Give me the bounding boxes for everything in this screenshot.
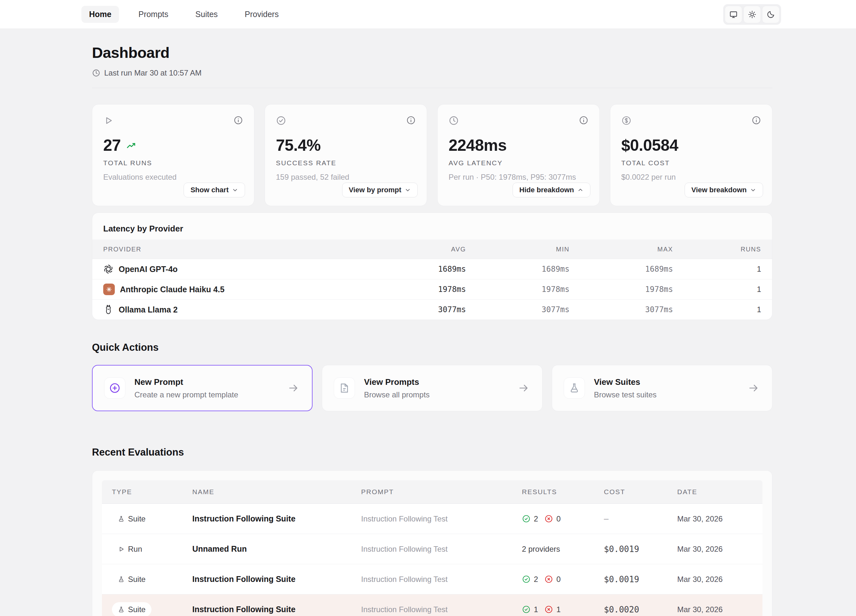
avg-latency: 1978ms [363, 285, 466, 294]
info-icon[interactable] [751, 116, 761, 125]
evaluation-name: Instruction Following Suite [192, 574, 361, 584]
recent-table-body: Suite Instruction Following Suite Instru… [102, 504, 762, 616]
nav-item-providers[interactable]: Providers [237, 6, 286, 23]
evaluation-name: Unnamed Run [192, 544, 361, 554]
chevron-down-icon [405, 187, 411, 193]
evaluation-date: Mar 30, 2026 [677, 514, 762, 524]
quick-action-description: Create a new prompt template [134, 390, 288, 399]
quick-actions-section: New Prompt Create a new prompt template … [92, 365, 772, 411]
ollama-icon [103, 305, 114, 315]
recent-evaluations-title: Recent Evaluations [92, 447, 772, 458]
nav-item-prompts[interactable]: Prompts [131, 6, 176, 23]
evaluation-results: 2 0 [522, 575, 604, 584]
openai-icon [103, 264, 114, 274]
recent-table-header: TYPE NAME PROMPT RESULTS COST DATE [102, 480, 762, 504]
quick-action-view-suites[interactable]: View Suites Browse test suites [552, 365, 772, 411]
last-run-text: Last run Mar 30 at 10:57 AM [104, 68, 202, 77]
evaluation-row[interactable]: Suite Instruction Following Suite Instru… [102, 564, 762, 594]
evaluation-prompt: Instruction Following Test [361, 605, 522, 614]
top-navigation: HomePromptsSuitesProviders [0, 0, 856, 29]
col-header-max: MAX [570, 246, 673, 253]
evaluation-date: Mar 30, 2026 [677, 575, 762, 584]
evaluation-date: Mar 30, 2026 [677, 545, 762, 554]
passed-check-icon [522, 514, 531, 523]
page-title: Dashboard [92, 44, 772, 62]
stat-value: 2248ms [449, 136, 507, 155]
evaluation-cost: $0.0019 [604, 574, 677, 584]
evaluation-row[interactable]: Suite Instruction Following Suite Instru… [102, 594, 762, 616]
quick-action-description: Browse all prompts [364, 390, 518, 399]
chevron-down-icon [750, 187, 756, 193]
stat-label: AVG LATENCY [449, 159, 588, 167]
info-icon[interactable] [579, 116, 588, 125]
info-icon[interactable] [406, 116, 416, 125]
failed-x-icon [544, 514, 553, 523]
quick-action-icon-tile [104, 377, 125, 399]
arrow-right-icon [748, 382, 759, 394]
evaluation-cost: – [604, 514, 677, 524]
evaluation-cost: $0.0020 [604, 605, 677, 614]
stats-section: 27 TOTAL RUNS Evaluations executed Show … [92, 104, 772, 206]
latency-row-openai-gpt-4o: OpenAI GPT-4o 1689ms 1689ms 1689ms 1 [92, 259, 772, 279]
failed-x-icon [544, 605, 553, 614]
evaluation-results: 2 providers [522, 545, 604, 554]
col-header-min: MIN [466, 246, 570, 253]
flask-icon [568, 382, 580, 394]
info-icon[interactable] [234, 116, 243, 125]
quick-action-new-prompt[interactable]: New Prompt Create a new prompt template [92, 365, 313, 411]
stat-card-success-rate: 75.4% SUCCESS RATE 159 passed, 52 failed… [265, 104, 427, 206]
passed-count: 2 [534, 575, 538, 584]
min-latency: 3077ms [466, 305, 570, 314]
view-by-prompt-button[interactable]: View by prompt [342, 183, 418, 197]
clock-icon [92, 69, 100, 77]
stat-label: TOTAL COST [621, 159, 761, 167]
chevron-up-icon [577, 187, 583, 193]
quick-action-title: View Suites [594, 377, 748, 387]
evaluation-name: Instruction Following Suite [192, 514, 361, 524]
col-header-name: NAME [192, 488, 361, 496]
theme-system-button[interactable] [725, 6, 742, 23]
flask-icon [118, 515, 125, 522]
quick-actions-title: Quick Actions [92, 342, 772, 353]
type-badge: Suite [112, 602, 151, 616]
col-header-provider: PROVIDER [103, 246, 363, 253]
evaluation-row[interactable]: Run Unnamed Run Instruction Following Te… [102, 534, 762, 564]
trending-up-icon [126, 140, 137, 151]
nav-item-home[interactable]: Home [82, 6, 119, 23]
failed-count: 1 [556, 605, 560, 614]
clock-icon [449, 116, 459, 126]
stat-card-total-cost: $0.0584 TOTAL COST $0.0022 per run View … [610, 104, 772, 206]
check-circle-icon [276, 116, 286, 126]
theme-dark-button[interactable] [762, 6, 779, 23]
quick-action-title: View Prompts [364, 377, 518, 387]
evaluation-results: 2 0 [522, 514, 604, 524]
avg-latency: 3077ms [363, 305, 466, 314]
run-count: 1 [673, 285, 761, 294]
failed-x-icon [544, 575, 553, 584]
provider-name: OpenAI GPT-4o [119, 265, 177, 274]
stat-value: 75.4% [276, 136, 320, 155]
stat-card-total-runs: 27 TOTAL RUNS Evaluations executed Show … [92, 104, 254, 206]
quick-action-view-prompts[interactable]: View Prompts Browse all prompts [322, 365, 542, 411]
nav-item-suites[interactable]: Suites [188, 6, 225, 23]
col-header-avg: AVG [363, 246, 466, 253]
view-breakdown-button[interactable]: View breakdown [685, 183, 763, 197]
stat-label: TOTAL RUNS [103, 159, 243, 167]
evaluation-date: Mar 30, 2026 [677, 605, 762, 614]
quick-action-description: Browse test suites [594, 390, 748, 399]
latency-row-ollama-llama-2: Ollama Llama 2 3077ms 3077ms 3077ms 1 [92, 299, 772, 320]
col-header-cost: COST [604, 488, 677, 496]
show-chart-button[interactable]: Show chart [183, 183, 245, 197]
theme-light-button[interactable] [744, 6, 761, 23]
stat-description: Per run · P50: 1978ms, P95: 3077ms [449, 172, 588, 182]
passed-count: 2 [534, 514, 538, 524]
hide-breakdown-button[interactable]: Hide breakdown [513, 183, 590, 197]
evaluation-name: Instruction Following Suite [192, 605, 361, 614]
stat-card-avg-latency: 2248ms AVG LATENCY Per run · P50: 1978ms… [437, 104, 600, 206]
min-latency: 1689ms [466, 265, 570, 274]
avg-latency: 1689ms [363, 265, 466, 274]
evaluation-row[interactable]: Suite Instruction Following Suite Instru… [102, 504, 762, 534]
evaluation-prompt: Instruction Following Test [361, 575, 522, 584]
play-icon [103, 116, 114, 126]
passed-check-icon [522, 605, 531, 614]
